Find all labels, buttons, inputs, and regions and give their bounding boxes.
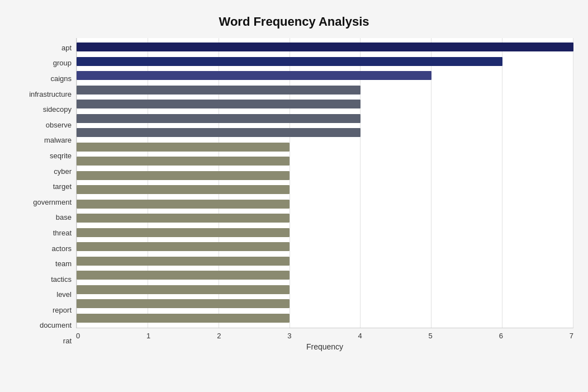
- bar-row: [77, 84, 573, 96]
- y-label: base: [56, 211, 72, 224]
- x-axis-labels: 01234567: [76, 332, 573, 340]
- x-axis-label: 7: [570, 332, 573, 340]
- x-axis-label: 6: [499, 332, 503, 340]
- bar: [77, 242, 290, 251]
- bar-row: [77, 141, 573, 153]
- bar-row: [77, 241, 573, 252]
- y-label: level: [56, 288, 72, 301]
- bar: [77, 57, 502, 66]
- y-label: sidecopy: [43, 103, 72, 116]
- y-label: caigns: [50, 72, 72, 85]
- chart-area: aptgroupcaignsinfrastructuresidecopyobse…: [15, 38, 573, 351]
- x-axis-title: Frequency: [76, 342, 573, 351]
- y-label: team: [55, 257, 72, 271]
- x-axis-label: 1: [146, 332, 150, 340]
- bar-row: [77, 70, 573, 81]
- y-label: rat: [63, 334, 72, 348]
- bar-row: [77, 270, 573, 281]
- y-label: observe: [46, 118, 72, 131]
- bar-row: [77, 155, 573, 167]
- bar-row: [77, 41, 573, 53]
- y-label: report: [53, 303, 72, 317]
- x-axis-label: 3: [287, 332, 291, 340]
- bar: [77, 114, 361, 123]
- bar-row: [77, 284, 573, 295]
- bar: [77, 285, 290, 294]
- x-axis-label: 4: [358, 332, 362, 340]
- y-label: infrastructure: [29, 87, 72, 101]
- bar-row: [77, 212, 573, 224]
- bar: [77, 228, 290, 237]
- y-label: seqrite: [50, 149, 72, 162]
- bar-row: [77, 184, 573, 195]
- bar-row: [77, 298, 573, 309]
- plot-area: 01234567 Frequency: [76, 38, 573, 351]
- x-axis-label: 5: [429, 332, 433, 340]
- bar: [77, 128, 361, 137]
- chart-title: Word Frequency Analysis: [15, 15, 573, 29]
- bar: [77, 71, 431, 80]
- bar-row: [77, 313, 573, 324]
- bar: [77, 314, 290, 323]
- bar: [77, 214, 290, 223]
- bar-row: [77, 227, 573, 238]
- y-label: tactics: [51, 272, 72, 286]
- y-label: target: [53, 180, 72, 193]
- y-label: cyber: [54, 164, 72, 178]
- bar: [77, 143, 290, 152]
- bar-row: [77, 256, 573, 267]
- bar: [77, 257, 290, 266]
- bar: [77, 157, 290, 166]
- y-label: document: [40, 319, 72, 332]
- bars-and-grid: [76, 38, 573, 328]
- y-label: threat: [53, 226, 72, 239]
- y-label: actors: [52, 242, 72, 255]
- y-axis: aptgroupcaignsinfrastructuresidecopyobse…: [15, 38, 76, 351]
- y-label: group: [53, 56, 72, 70]
- bar-row: [77, 127, 573, 138]
- x-axis-label: 0: [76, 332, 80, 340]
- x-axis-label: 2: [217, 332, 221, 340]
- bar: [77, 171, 290, 180]
- y-label: malware: [44, 134, 72, 147]
- bar: [77, 100, 361, 108]
- bar-row: [77, 199, 573, 210]
- y-label: government: [33, 195, 72, 209]
- bar: [77, 86, 361, 95]
- bar: [77, 42, 573, 51]
- y-label: apt: [61, 41, 72, 54]
- bars-wrapper: [77, 38, 573, 328]
- chart-container: Word Frequency Analysis aptgroupcaignsin…: [3, 3, 585, 389]
- bar-row: [77, 98, 573, 110]
- bar-row: [77, 113, 573, 124]
- bar: [77, 299, 290, 308]
- bar: [77, 185, 290, 194]
- bar: [77, 200, 290, 209]
- bar-row: [77, 56, 573, 67]
- bar: [77, 271, 290, 280]
- bar-row: [77, 170, 573, 181]
